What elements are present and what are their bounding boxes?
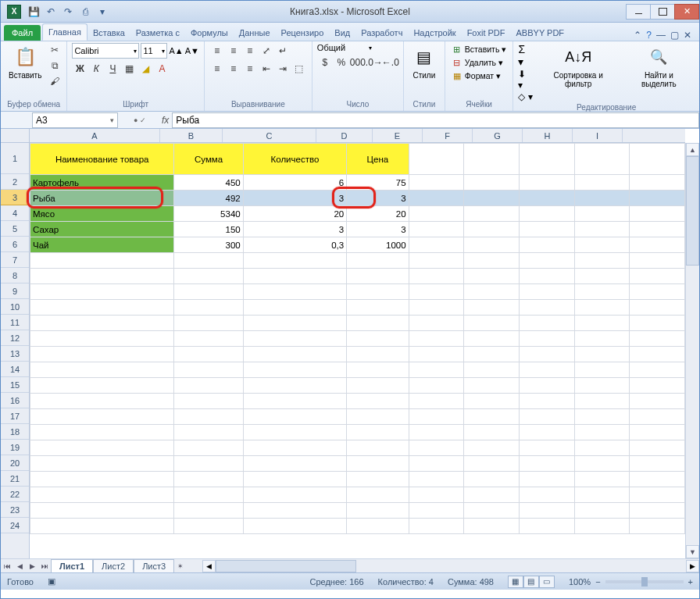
col-header-D[interactable]: D (316, 129, 373, 142)
cell-E22[interactable] (409, 487, 464, 503)
cell-H16[interactable] (574, 394, 630, 409)
qat-more-icon[interactable]: ▾ (96, 5, 109, 18)
cell-A12[interactable] (30, 331, 174, 347)
formula-input[interactable]: Рыба (172, 112, 699, 128)
name-box[interactable]: A3▾ (32, 112, 118, 128)
row-header-18[interactable]: 18 (1, 424, 29, 440)
zoom-level[interactable]: 100% (569, 577, 591, 587)
cell-D20[interactable] (347, 456, 409, 472)
cell-C2[interactable]: 6 (243, 175, 346, 191)
cell-F16[interactable] (464, 394, 520, 409)
col-header-A[interactable]: A (30, 129, 160, 142)
cell-G2[interactable] (519, 175, 574, 191)
tab-разметка с[interactable]: Разметка с (130, 25, 185, 41)
row-headers[interactable]: 123456789101112131415161718192021222324 (1, 143, 30, 558)
cell-I23[interactable] (630, 503, 685, 519)
cell-F2[interactable] (464, 175, 520, 191)
cell-B20[interactable] (174, 456, 243, 472)
cell-G19[interactable] (519, 440, 574, 456)
cell-C7[interactable] (243, 253, 346, 269)
cell-D3[interactable]: 3 (347, 191, 409, 206)
col-header-I[interactable]: I (573, 129, 623, 142)
cell-B16[interactable] (174, 394, 243, 409)
font-color-button[interactable]: A (154, 61, 170, 77)
border-button[interactable]: ▦ (121, 61, 137, 77)
row-header-14[interactable]: 14 (1, 362, 29, 377)
view-normal-icon[interactable]: ▦ (508, 576, 523, 588)
cell-E15[interactable] (409, 378, 464, 394)
indent-inc-icon[interactable]: ⇥ (275, 61, 291, 77)
cell-B22[interactable] (174, 487, 243, 503)
cell-D18[interactable] (347, 425, 409, 440)
cell-E2[interactable] (409, 175, 464, 191)
comma-icon[interactable]: 000 (350, 55, 366, 70)
sheet-nav-first[interactable]: ⏮ (1, 560, 13, 572)
cell-A4[interactable]: Мясо (30, 206, 174, 222)
cell-E11[interactable] (409, 316, 464, 331)
cell-D17[interactable] (347, 409, 409, 425)
cell-F11[interactable] (464, 316, 520, 331)
find-select-button[interactable]: 🔍 Найти и выделить (623, 43, 695, 90)
cell-C5[interactable]: 3 (243, 222, 346, 237)
cell-F18[interactable] (464, 425, 520, 440)
cell-B18[interactable] (174, 425, 243, 440)
cell-E4[interactable] (409, 206, 464, 222)
cell-C17[interactable] (243, 409, 346, 425)
cell-B17[interactable] (174, 409, 243, 425)
cell-I24[interactable] (630, 519, 685, 534)
cell-C6[interactable]: 0,3 (243, 237, 346, 253)
cell-D12[interactable] (347, 331, 409, 347)
wrap-text-icon[interactable]: ↵ (275, 43, 291, 59)
cell-A22[interactable] (30, 487, 174, 503)
tab-разработч[interactable]: Разработч (355, 25, 408, 41)
cell-B6[interactable]: 300 (174, 237, 243, 253)
sheet-tab-Лист2[interactable]: Лист2 (93, 559, 134, 572)
column-headers[interactable]: ABCDEFGHI (30, 129, 685, 143)
row-header-20[interactable]: 20 (1, 455, 29, 471)
cell-E10[interactable] (409, 300, 464, 316)
cell-F15[interactable] (464, 378, 520, 394)
clear-icon[interactable]: ◇ ▾ (518, 91, 533, 102)
tab-данные[interactable]: Данные (234, 25, 276, 41)
percent-icon[interactable]: % (334, 55, 349, 70)
cell-H3[interactable] (574, 191, 630, 206)
cell-D1[interactable]: Цена (347, 144, 409, 175)
align-right-icon[interactable]: ≡ (242, 61, 258, 77)
row-header-9[interactable]: 9 (1, 283, 29, 299)
font-size-select[interactable]: 11▾ (141, 43, 167, 59)
cell-I13[interactable] (630, 347, 685, 362)
cell-I21[interactable] (630, 472, 685, 487)
cell-D15[interactable] (347, 378, 409, 394)
cell-D23[interactable] (347, 503, 409, 519)
cell-H2[interactable] (574, 175, 630, 191)
cell-A1[interactable]: Наименование товара (30, 144, 174, 175)
cell-A15[interactable] (30, 378, 174, 394)
cell-A11[interactable] (30, 316, 174, 331)
tab-foxit pdf[interactable]: Foxit PDF (462, 25, 511, 41)
cell-H1[interactable] (574, 144, 630, 175)
cell-G22[interactable] (519, 487, 574, 503)
cell-C22[interactable] (243, 487, 346, 503)
cell-B11[interactable] (174, 316, 243, 331)
row-header-16[interactable]: 16 (1, 393, 29, 408)
cell-C20[interactable] (243, 456, 346, 472)
styles-button[interactable]: ▤ Стили (409, 43, 440, 81)
cell-H6[interactable] (574, 237, 630, 253)
row-header-4[interactable]: 4 (1, 205, 29, 221)
cell-H24[interactable] (574, 519, 630, 534)
cell-F3[interactable] (464, 191, 520, 206)
cell-H7[interactable] (574, 253, 630, 269)
row-header-5[interactable]: 5 (1, 221, 29, 237)
scroll-right-icon[interactable]: ▶ (686, 560, 699, 572)
cell-G23[interactable] (519, 503, 574, 519)
cell-E19[interactable] (409, 440, 464, 456)
cell-G10[interactable] (519, 300, 574, 316)
cell-B21[interactable] (174, 472, 243, 487)
cell-D4[interactable]: 20 (347, 206, 409, 222)
maximize-button[interactable] (650, 4, 675, 20)
cell-E24[interactable] (409, 519, 464, 534)
cell-F13[interactable] (464, 347, 520, 362)
cell-B15[interactable] (174, 378, 243, 394)
cell-F17[interactable] (464, 409, 520, 425)
cell-C14[interactable] (243, 362, 346, 378)
